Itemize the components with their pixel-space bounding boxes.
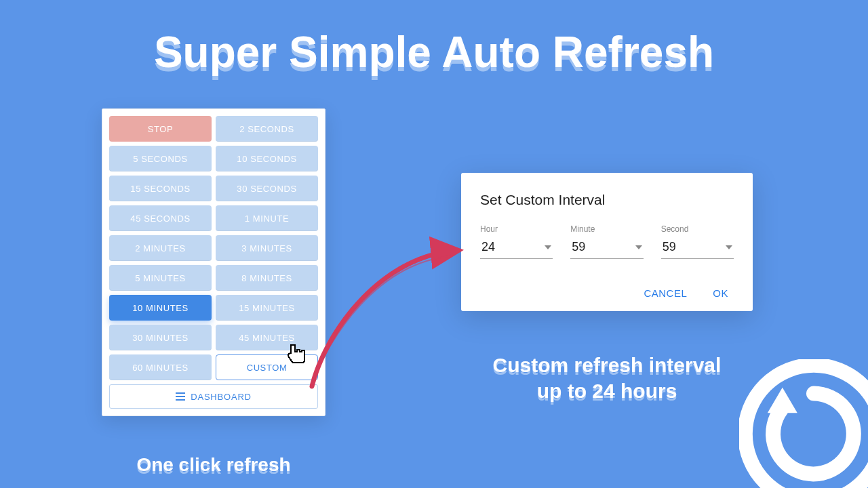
- dialog-actions: CANCEL OK: [480, 287, 734, 299]
- interval-button[interactable]: 45 SECONDS: [109, 205, 212, 231]
- interval-button[interactable]: 45 MINUTES: [216, 325, 318, 350]
- hour-label: Hour: [480, 224, 553, 234]
- interval-button[interactable]: STOP: [109, 116, 212, 142]
- second-label: Second: [661, 224, 734, 234]
- dashboard-button[interactable]: DASHBOARD: [109, 384, 318, 409]
- interval-button[interactable]: 1 MINUTE: [216, 205, 318, 231]
- minute-select[interactable]: 59: [570, 237, 643, 259]
- minute-value: 59: [572, 240, 585, 254]
- second-field: Second 59: [661, 224, 734, 259]
- refresh-logo-icon: [739, 359, 868, 488]
- menu-icon: [176, 392, 185, 401]
- interval-button[interactable]: 5 SECONDS: [109, 146, 212, 171]
- interval-button[interactable]: 10 MINUTES: [109, 295, 212, 321]
- interval-button[interactable]: 8 MINUTES: [216, 265, 318, 291]
- hour-field: Hour 24: [480, 224, 553, 259]
- interval-button[interactable]: 5 MINUTES: [109, 265, 212, 291]
- cancel-button[interactable]: CANCEL: [644, 287, 687, 299]
- dashboard-label: DASHBOARD: [191, 392, 252, 402]
- dialog-title: Set Custom Interval: [480, 192, 734, 208]
- svg-marker-2: [768, 388, 797, 413]
- interval-button[interactable]: 10 SECONDS: [216, 146, 318, 171]
- page-title: Super Simple Auto Refresh Super Simple A…: [0, 27, 868, 77]
- interval-panel: STOP2 SECONDS5 SECONDS10 SECONDS15 SECON…: [102, 108, 326, 416]
- page-title-text: Super Simple Auto Refresh: [0, 27, 868, 77]
- interval-button[interactable]: 30 MINUTES: [109, 325, 212, 350]
- second-select[interactable]: 59: [661, 237, 734, 259]
- interval-button[interactable]: 2 MINUTES: [109, 235, 212, 261]
- hour-select[interactable]: 24: [480, 237, 553, 259]
- interval-button[interactable]: 15 SECONDS: [109, 176, 212, 201]
- interval-button[interactable]: 30 SECONDS: [216, 176, 318, 201]
- caption-right-text: Custom refresh intervalup to 24 hours: [434, 352, 780, 403]
- minute-label: Minute: [570, 224, 643, 234]
- interval-button[interactable]: 15 MINUTES: [216, 295, 318, 321]
- dialog-fields: Hour 24 Minute 59 Second 59: [480, 224, 734, 259]
- interval-button[interactable]: CUSTOM: [216, 354, 318, 380]
- custom-interval-dialog: Set Custom Interval Hour 24 Minute 59 Se…: [461, 173, 753, 311]
- ok-button[interactable]: OK: [713, 287, 728, 299]
- caption-left-text: One click refresh: [102, 454, 326, 476]
- second-value: 59: [663, 240, 676, 254]
- interval-button[interactable]: 3 MINUTES: [216, 235, 318, 261]
- interval-button[interactable]: 60 MINUTES: [109, 354, 212, 380]
- chevron-down-icon: [726, 245, 732, 249]
- hour-value: 24: [481, 240, 495, 254]
- chevron-down-icon: [635, 245, 642, 249]
- minute-field: Minute 59: [570, 224, 643, 259]
- interval-button[interactable]: 2 SECONDS: [216, 116, 318, 142]
- interval-grid: STOP2 SECONDS5 SECONDS10 SECONDS15 SECON…: [109, 116, 318, 380]
- chevron-down-icon: [545, 245, 551, 249]
